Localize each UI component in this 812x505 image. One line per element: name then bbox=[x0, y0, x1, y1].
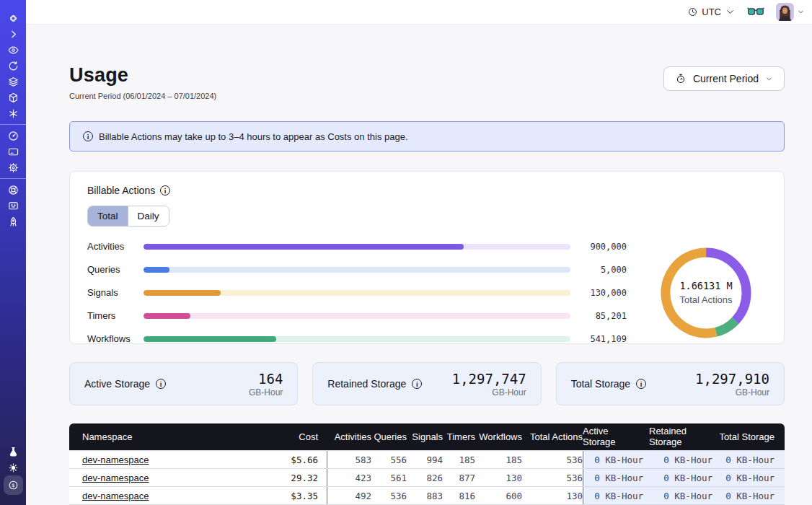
avatar bbox=[776, 3, 794, 21]
glasses-icon[interactable] bbox=[747, 6, 764, 17]
bar-track bbox=[144, 313, 570, 319]
retained-storage-value: 1,297,747 bbox=[452, 371, 526, 387]
support-screen-icon[interactable] bbox=[0, 198, 26, 214]
bar-track bbox=[144, 244, 570, 250]
history-icon[interactable] bbox=[0, 58, 26, 74]
bar-row-queries: Queries 5,000 bbox=[87, 264, 627, 275]
info-icon bbox=[83, 131, 93, 141]
billable-actions-card: Billable Actions Total Daily Activities … bbox=[69, 171, 785, 344]
chevron-down-icon bbox=[765, 75, 773, 83]
namespace-usage-table: Namespace Cost Activities Queries Signal… bbox=[69, 423, 785, 505]
period-selector-button[interactable]: Current Period bbox=[663, 66, 785, 91]
gear-icon[interactable] bbox=[0, 159, 26, 175]
active-storage-card: Active Storage 164 GB-Hour bbox=[69, 362, 298, 405]
timezone-label: UTC bbox=[702, 6, 721, 17]
clock-icon bbox=[687, 6, 698, 17]
credit-card-icon[interactable] bbox=[0, 144, 26, 159]
timezone-dropdown[interactable]: UTC bbox=[687, 6, 736, 17]
bar-track bbox=[144, 290, 570, 296]
bar-row-timers: Timers 85,201 bbox=[87, 310, 627, 321]
period-selector-label: Current Period bbox=[693, 73, 759, 84]
tab-daily[interactable]: Daily bbox=[128, 206, 169, 226]
main-content: Usage Current Period (06/01/2024 – 07/01… bbox=[26, 25, 812, 505]
sun-icon[interactable] bbox=[0, 460, 26, 475]
table-row: dev-namespace 29.32 423 561 826 877 130 … bbox=[69, 468, 785, 486]
flask-icon[interactable] bbox=[0, 444, 26, 460]
namespace-link[interactable]: dev-namespace bbox=[82, 473, 149, 483]
stopwatch-icon bbox=[675, 73, 687, 84]
chevron-right-icon[interactable] bbox=[0, 26, 26, 42]
bar-track bbox=[144, 267, 570, 273]
sidebar: $ bbox=[0, 0, 26, 505]
namespace-link[interactable]: dev-namespace bbox=[82, 491, 149, 501]
bar-row-signals: Signals 130,000 bbox=[87, 287, 627, 298]
eye-icon[interactable] bbox=[0, 42, 26, 58]
info-icon[interactable] bbox=[412, 379, 422, 389]
total-storage-card: Total Storage 1,297,910 GB-Hour bbox=[556, 362, 785, 405]
account-menu[interactable] bbox=[776, 3, 805, 21]
chevron-down-icon bbox=[725, 6, 736, 17]
svg-text:$: $ bbox=[12, 483, 14, 488]
total-actions-donut: 1.66131 M Total Actions bbox=[645, 242, 767, 343]
bar-row-workflows: Workflows 541,109 bbox=[87, 333, 627, 344]
bar-row-activities: Activities 900,000 bbox=[87, 241, 627, 252]
info-icon[interactable] bbox=[160, 185, 170, 196]
rocket-icon[interactable] bbox=[0, 214, 26, 229]
cube-icon[interactable] bbox=[0, 89, 26, 105]
storage-summary-row: Active Storage 164 GB-Hour Retained Stor… bbox=[69, 362, 785, 405]
table-header-row: Namespace Cost Activities Queries Signal… bbox=[69, 423, 785, 450]
usage-coin-icon[interactable]: $ bbox=[4, 475, 23, 495]
active-storage-value: 164 bbox=[249, 371, 283, 387]
info-icon[interactable] bbox=[156, 379, 166, 389]
retained-storage-card: Retained Storage 1,297,747 GB-Hour bbox=[312, 362, 541, 405]
layers-icon[interactable] bbox=[0, 74, 26, 89]
billable-actions-chart: Activities 900,000 Queries 5,000 Signals… bbox=[87, 241, 767, 344]
bar-track bbox=[144, 336, 570, 342]
table-row: dev-namespace $3.35 492 536 883 816 600 … bbox=[69, 486, 785, 504]
temporal-logo-icon[interactable] bbox=[0, 10, 26, 26]
gauge-icon[interactable] bbox=[0, 128, 26, 144]
lifebuoy-icon[interactable] bbox=[0, 182, 26, 198]
table-row: dev-namespace $5.66 583 556 994 185 185 … bbox=[69, 450, 785, 468]
donut-total-label: Total Actions bbox=[679, 294, 732, 305]
namespace-link[interactable]: dev-namespace bbox=[82, 454, 149, 465]
donut-total-value: 1.66131 M bbox=[679, 280, 732, 291]
chevron-down-icon bbox=[797, 8, 805, 16]
page-title: Usage bbox=[69, 64, 216, 87]
info-icon[interactable] bbox=[636, 379, 646, 389]
billable-view-tabs: Total Daily bbox=[87, 206, 169, 227]
page-subtitle: Current Period (06/01/2024 – 07/01/2024) bbox=[69, 92, 216, 100]
info-banner: Billable Actions may take up to 3–4 hour… bbox=[69, 121, 785, 152]
sidebar-divider bbox=[0, 124, 26, 125]
topbar: UTC bbox=[26, 0, 812, 25]
billable-actions-title: Billable Actions bbox=[87, 185, 155, 196]
tab-total[interactable]: Total bbox=[88, 206, 128, 226]
sidebar-divider bbox=[0, 178, 26, 179]
info-banner-text: Billable Actions may take up to 3–4 hour… bbox=[99, 131, 408, 142]
asterisk-icon[interactable] bbox=[0, 105, 26, 121]
total-storage-value: 1,297,910 bbox=[695, 371, 769, 387]
